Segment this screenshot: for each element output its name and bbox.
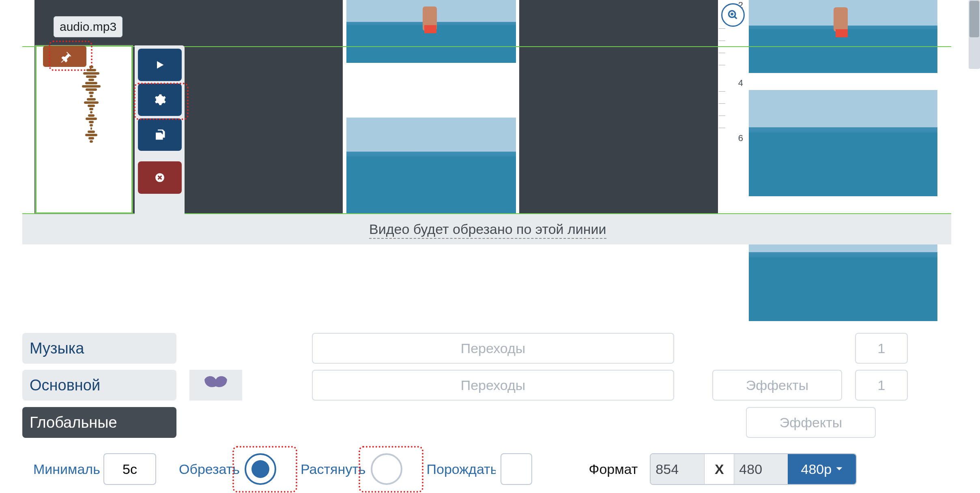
ruler-mark: 6: [738, 133, 743, 144]
format-controls: Минималь Обрезать Растянуть Порождать Фо…: [33, 453, 950, 485]
zoom-in-button[interactable]: [721, 3, 745, 27]
count-box-2[interactable]: 1: [855, 370, 908, 401]
width-input[interactable]: [651, 454, 704, 484]
cut-line-text: Видео будет обрезано по этой линии: [369, 221, 606, 239]
scrollbar-thumb[interactable]: [969, 1, 979, 37]
play-icon: [154, 59, 165, 71]
audio-filename-label: audio.mp3: [54, 16, 122, 37]
time-ruler: 2 4 6 8.966: [719, 0, 744, 227]
ruler-mark: 4: [738, 78, 743, 88]
crop-label: Обрезать: [179, 461, 240, 477]
zoom-in-icon: [727, 9, 739, 21]
x-separator: X: [704, 454, 734, 484]
effects-button-1[interactable]: Эффекты: [712, 370, 842, 401]
vertical-scrollbar[interactable]: [969, 0, 980, 69]
clip-tool-panel: ?: [135, 45, 185, 234]
pin-icon: [59, 50, 71, 62]
close-icon: [155, 172, 165, 183]
format-label: Формат: [589, 461, 638, 477]
transitions-button-2[interactable]: Переходы: [312, 370, 674, 401]
editor-mid-panel: [519, 0, 718, 215]
chevron-down-icon: [836, 467, 843, 472]
height-input[interactable]: [734, 454, 788, 484]
min-label: Минималь: [33, 461, 100, 477]
video-thumb-right-1[interactable]: [749, 0, 937, 73]
resolution-label: 480p: [801, 461, 832, 477]
resolution-dropdown[interactable]: 480p: [788, 454, 856, 484]
butterfly-icon: [202, 375, 230, 395]
tab-global[interactable]: Глобальные: [22, 407, 176, 438]
video-thumb-center-bottom[interactable]: [346, 118, 516, 215]
gear-icon: [153, 93, 166, 106]
video-thumb-right-2[interactable]: [749, 90, 937, 196]
count-box-1[interactable]: 1: [855, 333, 908, 364]
waveform-icon: [81, 65, 101, 211]
effects-button-2[interactable]: Эффекты: [746, 407, 876, 438]
crop-radio[interactable]: [245, 453, 276, 485]
pin-button[interactable]: [43, 46, 86, 67]
spawn-label: Порождать: [427, 461, 496, 477]
video-thumb-center-top[interactable]: [346, 0, 516, 63]
tab-music[interactable]: Музыка: [22, 333, 176, 364]
layer-thumbnail[interactable]: [189, 370, 242, 401]
min-duration-input[interactable]: [103, 453, 156, 485]
play-button[interactable]: [138, 49, 182, 81]
copy-icon: [154, 129, 166, 141]
duplicate-button[interactable]: [138, 118, 182, 151]
stretch-label: Растянуть: [301, 461, 366, 477]
settings-button[interactable]: [138, 84, 182, 116]
tab-main[interactable]: Основной: [22, 370, 176, 401]
delete-button[interactable]: [138, 161, 182, 194]
spawn-checkbox[interactable]: [501, 453, 532, 485]
stretch-radio[interactable]: [371, 453, 402, 485]
transitions-button-1[interactable]: Переходы: [312, 333, 674, 364]
